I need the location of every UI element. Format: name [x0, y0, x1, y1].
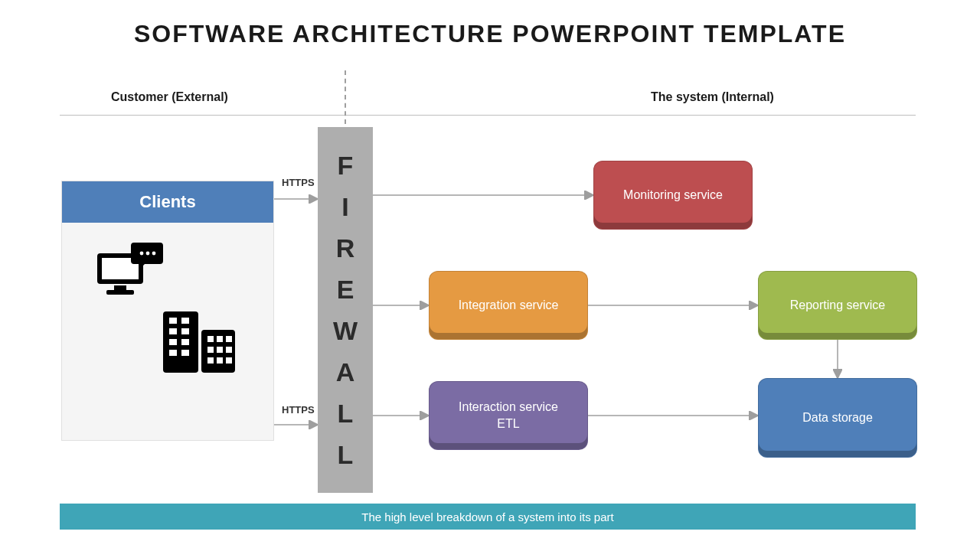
svg-rect-25 [226, 357, 232, 364]
https-label-bottom: HTTPS [282, 404, 315, 416]
clients-body [62, 223, 273, 440]
svg-rect-18 [217, 336, 223, 342]
section-external-label: Customer (External) [111, 90, 228, 104]
horizontal-divider [60, 115, 916, 116]
svg-rect-9 [181, 318, 189, 324]
clients-header: Clients [62, 181, 273, 223]
svg-rect-10 [169, 328, 177, 334]
firewall-block: F I R E W A L L [318, 127, 373, 493]
svg-rect-2 [114, 285, 126, 290]
https-label-top: HTTPS [282, 177, 315, 188]
service-interaction: Interaction serviceETL [429, 381, 588, 450]
svg-rect-19 [226, 336, 232, 342]
svg-rect-24 [217, 357, 223, 364]
firewall-letter: F [338, 152, 354, 178]
footer-bar: The high level breakdown of a system int… [60, 504, 916, 530]
svg-point-6 [152, 252, 156, 256]
svg-rect-3 [106, 290, 134, 295]
svg-rect-12 [169, 339, 177, 345]
vertical-dashed-divider [345, 70, 346, 124]
svg-rect-15 [181, 350, 189, 356]
firewall-letter: R [336, 235, 355, 261]
svg-rect-17 [207, 336, 214, 342]
svg-rect-14 [169, 350, 177, 356]
firewall-letter: L [338, 400, 354, 426]
svg-rect-23 [207, 357, 214, 364]
svg-rect-22 [226, 347, 232, 353]
svg-point-5 [146, 252, 150, 256]
firewall-letter: A [336, 359, 355, 385]
svg-rect-20 [207, 347, 214, 353]
monitor-chat-icon [96, 243, 165, 302]
svg-rect-13 [181, 339, 189, 345]
service-monitoring: Monitoring service [593, 161, 753, 230]
firewall-letter: L [338, 442, 354, 468]
svg-rect-8 [169, 318, 177, 324]
clients-panel: Clients [61, 181, 274, 441]
service-integration: Integration service [429, 271, 588, 340]
page-title: SOFTWARE ARCHITECTURE POWERPOINT TEMPLAT… [0, 20, 980, 48]
svg-rect-11 [181, 328, 189, 334]
svg-rect-21 [217, 347, 223, 353]
firewall-letter: E [337, 276, 354, 302]
buildings-icon [162, 307, 238, 377]
service-data-storage: Data storage [758, 378, 917, 458]
firewall-letter: W [333, 318, 358, 344]
service-reporting: Reporting service [758, 271, 917, 340]
svg-rect-7 [163, 311, 198, 373]
svg-point-4 [140, 252, 144, 256]
firewall-letter: I [341, 194, 348, 220]
section-internal-label: The system (Internal) [651, 90, 774, 104]
